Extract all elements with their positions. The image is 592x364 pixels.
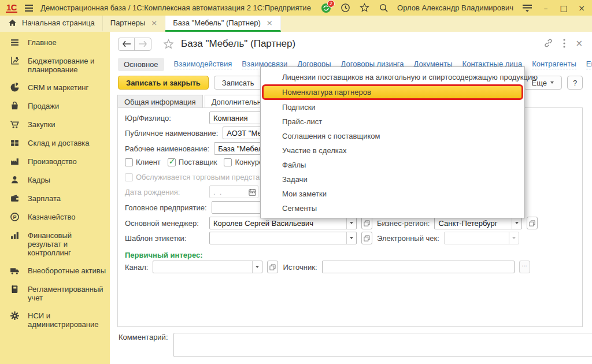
close-window-button[interactable]: × (577, 3, 586, 13)
sidebar-item-label: Внеоборотные активы (28, 266, 106, 275)
dropdown-menu-item[interactable]: Сегменты (261, 201, 524, 216)
dropdown-arrow-icon[interactable] (252, 261, 262, 273)
back-button[interactable] (119, 38, 135, 50)
label-template-select[interactable] (209, 232, 357, 244)
sidebar-section-item[interactable]: CRM и маркетинг (0, 79, 110, 97)
sidebar-section-item[interactable]: Внеоборотные активы (0, 262, 110, 280)
forward-button[interactable] (135, 38, 151, 50)
sidebar-item-label: НСИ и администрирование (28, 311, 106, 329)
nav-more-menu[interactable]: Еще... (586, 60, 592, 69)
nav-link[interactable]: Контрагенты (532, 60, 576, 69)
birth-date-label: Дата рождения: (125, 188, 205, 196)
related-info-dropdown-menu: Лицензии поставщиков на алкогольную и сп… (260, 66, 525, 218)
nav-item-main[interactable]: Основное (118, 58, 164, 71)
open-region-icon[interactable] (527, 217, 538, 229)
channel-source-row: Канал: Источник: ... (125, 261, 530, 273)
user-name[interactable]: Орлов Александр Владимирович (397, 3, 513, 12)
sidebar-section-item[interactable]: Регламентированный учет (0, 280, 110, 307)
sidebar-section-item[interactable]: НСИ и администрирование (0, 307, 110, 333)
sidebar-section-item[interactable]: Продажи (0, 97, 110, 116)
sidebar-item-label: CRM и маркетинг (28, 83, 88, 92)
comment-input[interactable] (173, 333, 592, 357)
chart-icon (10, 231, 20, 240)
close-tab-icon[interactable]: × (151, 18, 157, 27)
sidebar-section-item[interactable]: Производство (0, 153, 110, 171)
calendar-icon[interactable] (246, 186, 258, 198)
sidebar-section-item[interactable]: Кадры (0, 171, 110, 190)
sidebar-item-label: Зарплата (28, 194, 61, 203)
search-icon[interactable] (378, 3, 388, 13)
checkbox-box (125, 158, 133, 166)
minimize-button[interactable]: – (541, 3, 550, 13)
nav-link[interactable]: Взаимодействия (174, 60, 232, 69)
sidebar-section-item[interactable]: Закупки (0, 116, 110, 134)
get-link-icon[interactable] (543, 38, 553, 48)
close-form-icon[interactable]: × (575, 39, 583, 47)
checkbox-label: Поставщик (179, 158, 217, 166)
role-checkbox[interactable]: Поставщик (168, 158, 217, 166)
favorite-star-icon[interactable] (163, 39, 174, 50)
open-manager-icon[interactable] (361, 217, 372, 229)
manager-select[interactable]: Королев Сергей Васильевич (209, 217, 357, 229)
dropdown-arrow-icon[interactable] (346, 217, 356, 229)
dropdown-menu-item[interactable]: Файлы (261, 158, 524, 172)
hamburger-menu-icon[interactable] (24, 3, 34, 13)
dropdown-menu-item[interactable]: Соглашения с поставщиком (261, 129, 524, 143)
dropdown-menu-item[interactable]: Номенклатура партнеров (262, 84, 523, 100)
sidebar-section-item[interactable]: Финансовый результат и контроллинг (0, 226, 110, 262)
sidebar-section-item[interactable]: Главное (0, 34, 110, 52)
favorites-icon[interactable] (359, 3, 369, 13)
dropdown-menu-item[interactable]: Участие в сделках (261, 143, 524, 158)
head-company-label: Головное предприятие: (125, 203, 207, 212)
dropdown-arrow-icon[interactable] (512, 217, 521, 229)
save-and-close-button[interactable]: Записать и закрыть (118, 76, 209, 90)
window-tab-label: Партнеры (110, 18, 145, 27)
sidebar-section-item[interactable]: Зарплата (0, 190, 110, 208)
service-menu-icon[interactable] (522, 3, 532, 13)
channel-select[interactable] (153, 261, 262, 273)
partner-card-window: База "Мебель" (Партнер) × Основное Взаим… (110, 32, 592, 364)
e-receipt-select (444, 232, 519, 244)
birth-date-input[interactable]: . . (209, 185, 258, 198)
dropdown-menu-item[interactable]: Прайс-лист (261, 114, 524, 129)
open-template-icon[interactable] (361, 232, 372, 244)
wallet-icon (10, 194, 20, 203)
form-page-tab[interactable]: Общая информация (117, 95, 203, 108)
dropdown-menu-item[interactable]: Лицензии поставщиков на алкогольную и сп… (261, 70, 524, 84)
sidebar-item-label: Склад и доставка (28, 139, 90, 147)
sidebar-section-item[interactable]: Склад и доставка (0, 134, 110, 153)
dropdown-menu-item[interactable]: Мои заметки (261, 187, 524, 201)
save-button[interactable]: Записать (214, 76, 262, 90)
sidebar-section-item[interactable]: Бюджетирование и планирование (0, 52, 110, 79)
bag-icon (10, 101, 20, 111)
notifications-icon[interactable]: 2 (321, 3, 331, 13)
dropdown-arrow-icon[interactable] (346, 232, 356, 244)
form-header-icons: × (543, 38, 583, 48)
maximize-button[interactable]: □ (559, 3, 568, 13)
dropdown-menu-item[interactable]: Задачи (261, 172, 524, 187)
coin-icon: Р (10, 212, 20, 222)
business-region-select[interactable]: Санкт-Петербург (434, 217, 522, 229)
role-checkbox[interactable]: Клиент (125, 158, 161, 166)
sidebar-item-label: Кадры (28, 176, 50, 184)
open-channel-icon[interactable] (267, 261, 278, 273)
checkbox-box (168, 158, 176, 166)
primary-interest-label: Первичный интерес: (125, 251, 203, 259)
source-input[interactable] (322, 261, 515, 273)
window-tab-label: База "Мебель" (Партнер) (173, 18, 261, 27)
source-choose-button[interactable]: ... (519, 261, 530, 273)
window-tab[interactable]: База "Мебель" (Партнер) × (165, 16, 280, 32)
factory-icon (10, 157, 20, 166)
gear-icon (10, 311, 20, 321)
sidebar-item-label: Финансовый результат и контроллинг (28, 231, 106, 257)
history-icon[interactable] (340, 3, 350, 13)
window-tab[interactable]: Партнеры × (103, 16, 165, 32)
close-tab-icon[interactable]: × (267, 18, 273, 27)
window-tab[interactable]: Начальная страница × (0, 16, 103, 32)
kebab-menu-icon[interactable] (563, 39, 565, 48)
public-name-label: Публичное наименование: (125, 129, 218, 138)
sidebar-section-item[interactable]: Р Казначейство (0, 208, 110, 226)
svg-text:Р: Р (13, 214, 16, 220)
dropdown-menu-item[interactable]: Подписки (261, 100, 524, 114)
help-button[interactable]: ? (567, 76, 583, 90)
